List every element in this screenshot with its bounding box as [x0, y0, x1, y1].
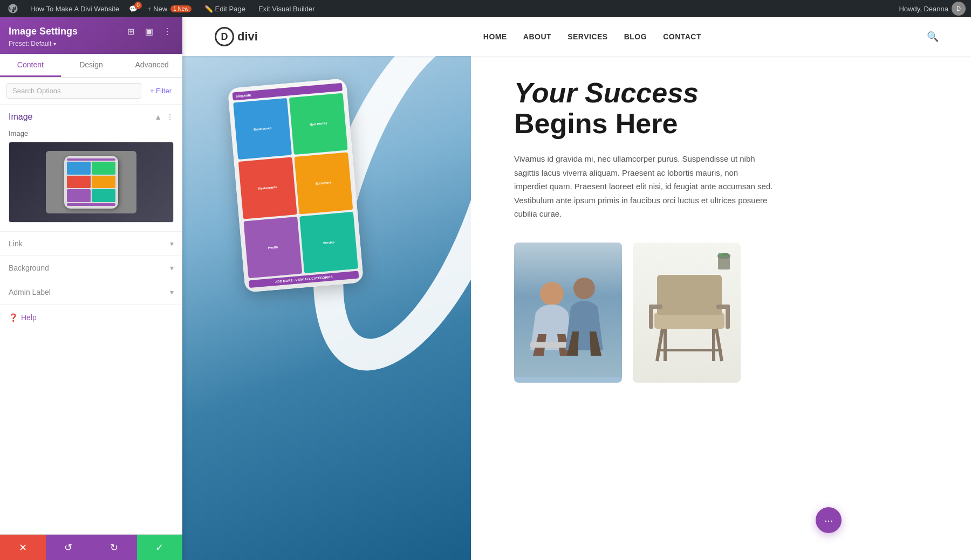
background-section-label: Background	[9, 264, 49, 272]
site-nav: D divi HOME ABOUT SERVICES BLOG CONTACT …	[182, 17, 971, 56]
user-avatar: D	[952, 2, 966, 16]
hero-background-image: elegante Businesses Non Profits Restaura…	[182, 56, 471, 560]
phone-tile-health: Health	[243, 217, 302, 279]
phone-tile-3	[67, 176, 91, 189]
logo-text: divi	[237, 30, 258, 44]
svg-point-0	[540, 282, 564, 306]
hero-image-column: elegante Businesses Non Profits Restaura…	[182, 56, 471, 560]
search-bar: + Filter	[0, 78, 182, 105]
redo-button[interactable]: ↻	[91, 535, 137, 560]
help-row[interactable]: ❓ Help	[0, 304, 182, 330]
cancel-button[interactable]: ✕	[0, 535, 46, 560]
exit-visual-builder-link[interactable]: Exit Visual Builder	[255, 5, 318, 13]
hero-title: Your Success Begins Here	[514, 78, 939, 139]
admin-label-chevron-icon: ▾	[170, 288, 174, 296]
action-bar: ✕ ↺ ↻ ✓	[0, 534, 182, 560]
preview-bg	[9, 142, 173, 222]
section-more-icon[interactable]: ⋮	[166, 113, 174, 121]
site-logo: D divi	[215, 27, 258, 46]
phone-app-grid: Businesses Non Profits Restaurants Educa…	[233, 93, 358, 279]
filter-button[interactable]: + Filter	[146, 85, 176, 97]
nav-home[interactable]: HOME	[483, 32, 507, 41]
edit-page-link[interactable]: ✏️ Edit Page	[201, 5, 249, 13]
site-name-link[interactable]: How To Make A Divi Website	[27, 5, 122, 13]
background-section[interactable]: Background ▾	[0, 255, 182, 280]
people-silhouette	[514, 259, 622, 377]
preset-selector[interactable]: Preset: Default ▾	[9, 40, 174, 47]
panel-title-row: Image Settings ⊞ ▣ ⋮	[9, 25, 174, 38]
user-menu[interactable]: Howdy, Deanna D	[899, 2, 966, 16]
nav-services[interactable]: SERVICES	[567, 32, 608, 41]
nav-blog[interactable]: BLOG	[624, 32, 647, 41]
save-button[interactable]: ✓	[137, 535, 183, 560]
admin-bar: How To Make A Divi Website 💬 0 + New 1 N…	[0, 0, 971, 17]
phone-tile-2	[92, 162, 115, 175]
phone-tile-educators: Educators	[294, 153, 353, 215]
floating-action-button[interactable]: ···	[816, 507, 842, 533]
responsive-icon[interactable]: ⊞	[124, 25, 137, 38]
tab-content[interactable]: Content	[0, 54, 61, 77]
chair-svg	[638, 253, 735, 372]
admin-label-section[interactable]: Admin Label ▾	[0, 280, 182, 304]
new-badge: 1 New	[170, 5, 191, 12]
more-options-icon[interactable]: ⋮	[161, 25, 174, 38]
panel-content: Image ▲ ⋮ Image	[0, 105, 182, 534]
search-input[interactable]	[6, 83, 141, 99]
phone-tile-4	[92, 176, 115, 189]
panel-title: Image Settings	[9, 26, 78, 37]
main-container: Image Settings ⊞ ▣ ⋮ Preset: Default ▾ C…	[0, 17, 971, 560]
image-section-title: Image	[9, 112, 32, 122]
image-section-header[interactable]: Image ▲ ⋮	[0, 105, 182, 129]
site-search-icon[interactable]: 🔍	[927, 31, 939, 43]
wordpress-icon	[8, 3, 18, 14]
preset-chevron-icon: ▾	[53, 41, 56, 47]
new-link[interactable]: + New 1 New	[144, 5, 195, 13]
svg-line-5	[657, 329, 662, 361]
nav-contact[interactable]: CONTACT	[663, 32, 701, 41]
image-field: Image	[0, 129, 182, 231]
phone-tile-5	[67, 189, 91, 202]
phone-tile-1	[67, 162, 91, 175]
chair-bg	[633, 243, 741, 383]
wp-logo-icon[interactable]	[5, 1, 20, 16]
phone-mockup	[64, 156, 118, 209]
phone-cta-bar	[67, 203, 115, 206]
collapse-icon[interactable]: ▲	[154, 113, 162, 121]
hero-title-line2: Begins Here	[514, 108, 939, 139]
hero-content-column: Your Success Begins Here Vivamus id grav…	[471, 56, 971, 560]
comments-link[interactable]: 💬 0	[129, 5, 138, 13]
link-chevron-icon: ▾	[170, 239, 174, 248]
panel-header: Image Settings ⊞ ▣ ⋮ Preset: Default ▾	[0, 17, 182, 54]
hero-title-line1: Your Success	[514, 78, 939, 108]
help-label: Help	[21, 313, 37, 322]
hero-phone-mockup: elegante Businesses Non Profits Restaura…	[228, 78, 364, 293]
people-bg	[514, 243, 622, 377]
help-icon: ❓	[9, 313, 18, 322]
layout-icon[interactable]: ▣	[142, 25, 155, 38]
phone-grid	[67, 162, 115, 202]
preview-area: D divi HOME ABOUT SERVICES BLOG CONTACT …	[182, 17, 971, 560]
hero-body-text: Vivamus id gravida mi, nec ullamcorper p…	[514, 152, 773, 221]
comment-bubble-icon: 💬 0	[129, 5, 138, 13]
section-icons: ▲ ⋮	[154, 113, 174, 121]
svg-rect-12	[649, 305, 653, 329]
link-section[interactable]: Link ▾	[0, 231, 182, 255]
undo-button[interactable]: ↺	[46, 535, 92, 560]
phone-tile-service: Service	[299, 212, 358, 274]
svg-line-6	[716, 329, 722, 361]
panel-tabs: Content Design Advanced	[0, 54, 182, 78]
svg-rect-13	[726, 305, 730, 329]
image-preview[interactable]	[9, 142, 174, 223]
svg-point-2	[573, 278, 595, 299]
phone-tile-nonprofits: Non Profits	[289, 93, 348, 155]
tab-design[interactable]: Design	[61, 54, 122, 77]
preview-inner	[46, 151, 136, 213]
phone-header-bar	[67, 158, 115, 161]
phone-tile-businesses: Businesses	[233, 98, 292, 160]
hero-section: elegante Businesses Non Profits Restaura…	[182, 56, 971, 560]
hero-image-chair	[633, 243, 741, 383]
nav-about[interactable]: ABOUT	[523, 32, 551, 41]
phone-tile-6	[92, 189, 115, 202]
hero-image-people	[514, 243, 622, 383]
tab-advanced[interactable]: Advanced	[121, 54, 182, 77]
